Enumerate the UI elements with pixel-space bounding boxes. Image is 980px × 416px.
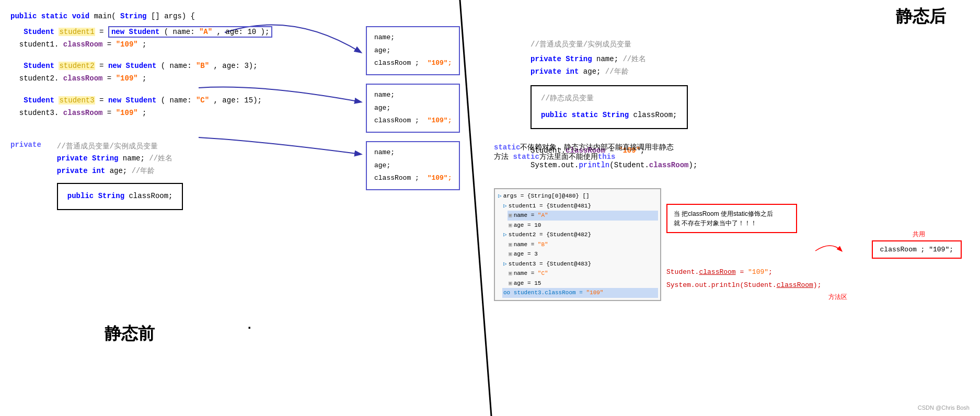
comment-instance-right: //普通成员变量/实例成员变量 — [531, 39, 972, 51]
method-zone-label: 方法区 — [828, 293, 847, 302]
obj2-field-classroom: classRoom ; "109"; — [374, 114, 452, 128]
debug-screenshot: ▷ args = {String[0]@480} [] ▷ student1 =… — [494, 188, 661, 301]
bottom-text-area: static不依赖对象，静态方法内部不能直接调用非静态 方法 static方法里… — [494, 143, 674, 161]
dot-marker: · — [246, 321, 253, 335]
section-title-right: 静态后 — [504, 5, 946, 28]
scr-row-s2-name: ▣ name = "B" — [508, 240, 658, 250]
callout-annotation: 当 把classRoom 使用static修饰之后 就 不存在于对象当中了！！！ — [666, 204, 797, 233]
red-code-area: Student.classRoom = "109"; System.out.pr… — [666, 267, 821, 291]
obj3-field-name: name; — [374, 146, 452, 159]
fields-section: //普通成员变量/实例成员变量 private String name; //姓… — [57, 141, 183, 210]
private-keyword: private — [10, 141, 41, 149]
field-age-left: private int age; //年龄 — [57, 165, 183, 178]
obj1-field-age: age; — [374, 44, 452, 57]
var-student3: student3 — [59, 96, 95, 105]
keyword-void: void — [72, 12, 90, 20]
scr-row-args: ▷ args = {String[0]@480} [] — [497, 191, 658, 201]
bottom-line1: static不依赖对象，静态方法内部不能直接调用非静态 — [494, 143, 674, 152]
type-string: String — [120, 12, 146, 20]
object-box-3: name; age; classRoom ; "109"; — [366, 141, 460, 190]
classroom-box-right: //静态成员变量 public static String classRoom; — [531, 85, 688, 129]
red-code-line2: System.out.println(Student.classRoom); — [666, 280, 821, 291]
obj1-field-name: name; — [374, 31, 452, 44]
callout-line2: 就 不存在于对象当中了！！！ — [674, 218, 790, 228]
section-title-left: 静态前 — [105, 322, 155, 353]
field-name-left: private String name; //姓名 — [57, 153, 183, 165]
scr-row-s2: ▷ student2 = {Student@482} — [502, 230, 658, 240]
scr-row-s1-age: ▣ age = 10 — [508, 221, 658, 230]
field-name-right: private String name; //姓名 — [531, 53, 972, 66]
scr-row-s3-name: ▣ name = "C" — [508, 269, 658, 279]
right-panel: 静态后 //普通成员变量/实例成员变量 private String name;… — [489, 0, 980, 177]
callout-line1: 当 把classRoom 使用static修饰之后 — [674, 209, 790, 218]
scr-row-classroom: oo student3.classRoom = "109" — [502, 288, 658, 298]
shared-field-classroom: classRoom ; "109"; — [880, 246, 953, 253]
scr-row-s3: ▷ student3 = {Student@483} — [502, 259, 658, 269]
scr-row-s2-age: ▣ age = 3 — [508, 249, 658, 259]
scr-row-s1: ▷ student1 = {Student@481} — [502, 201, 658, 211]
code-line-1: public static void main( String [] args)… — [10, 10, 476, 23]
var-student2: student2 — [59, 62, 95, 70]
red-code-line1: Student.classRoom = "109"; — [666, 267, 821, 278]
bottom-line2: 方法 static方法里面不能使用this — [494, 152, 674, 161]
object-box-2: name; age; classRoom ; "109"; — [366, 84, 460, 133]
scr-row-s3-age: ▣ age = 15 — [508, 279, 658, 288]
obj1-field-classroom: classRoom ; "109"; — [374, 57, 452, 70]
comment-instance-left: //普通成员变量/实例成员变量 — [57, 141, 183, 153]
main-container: public static void main( String [] args)… — [0, 0, 980, 416]
classroom-box-left: public String classRoom; — [57, 183, 183, 210]
var-student1: student1 — [59, 28, 95, 36]
shared-label: 共用 — [913, 230, 925, 239]
obj2-field-age: age; — [374, 102, 452, 115]
obj3-field-classroom: classRoom ; "109"; — [374, 172, 452, 185]
new-student1-box: new Student ( name: "A" , age: 10 ); — [108, 26, 273, 38]
shared-classroom-box: classRoom ; "109"; — [872, 240, 962, 259]
obj3-field-age: age; — [374, 159, 452, 172]
keyword-public: public — [10, 12, 37, 20]
private-label-area: private — [10, 141, 41, 149]
comment-static-right: //静态成员变量 — [541, 93, 677, 105]
field-age-right: private int age; //年龄 — [531, 66, 972, 78]
obj2-field-name: name; — [374, 89, 452, 102]
object-box-1: name; age; classRoom ; "109"; — [366, 26, 460, 75]
classroom-field-left: public String classRoom; — [67, 190, 173, 203]
keyword-static: static — [41, 12, 67, 20]
classroom-static-field: public static String classRoom; — [541, 109, 677, 122]
scr-row-s1-name: ▣ name = "A" — [508, 211, 658, 221]
watermark: CSDN @Chris Bosh — [918, 405, 970, 411]
